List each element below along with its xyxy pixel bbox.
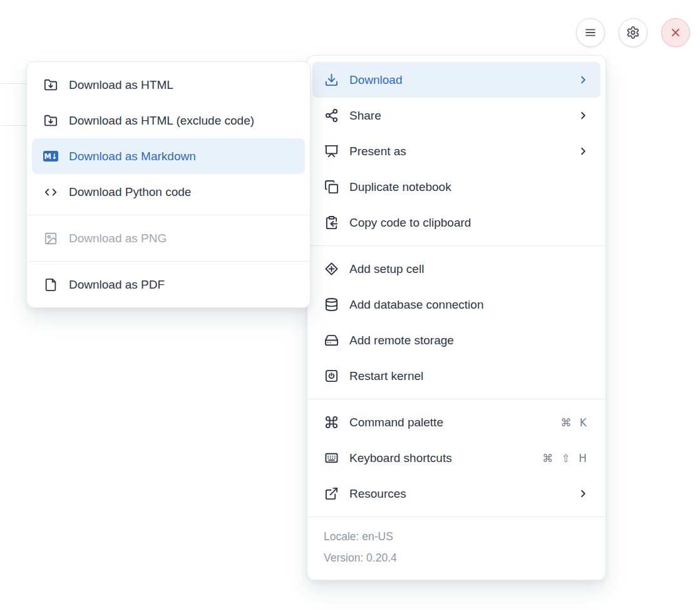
menu-divider — [307, 516, 605, 517]
menu-item-label: Keyboard shortcuts — [349, 451, 452, 465]
chevron-right-icon — [577, 110, 589, 121]
shortcut-hint: ⌘ K — [560, 416, 589, 429]
submenu-item-download-pdf[interactable]: Download as PDF — [32, 267, 305, 302]
menu-item-duplicate-notebook[interactable]: Duplicate notebook — [312, 169, 600, 205]
chevron-right-icon — [577, 488, 589, 500]
menu-item-label: Resources — [349, 487, 406, 501]
menu-item-label: Add remote storage — [349, 334, 454, 347]
menu-item-label: Share — [349, 109, 381, 123]
close-x-icon — [669, 26, 682, 39]
menu-item-label: Command palette — [349, 416, 443, 429]
menu-item-label: Download as PNG — [69, 232, 167, 245]
menu-item-label: Download Python code — [69, 185, 191, 199]
menu-divider — [307, 245, 605, 246]
menu-divider — [27, 261, 310, 262]
submenu-item-download-markdown[interactable]: M↓ Download as Markdown — [32, 138, 305, 174]
share-icon — [324, 108, 339, 123]
menu-item-label: Download as HTML (exclude code) — [69, 114, 254, 128]
power-icon — [324, 369, 339, 383]
hard-drive-icon — [324, 333, 339, 347]
menu-item-command-palette[interactable]: Command palette ⌘ K — [312, 404, 600, 440]
locale-text: Locale: en-US — [324, 526, 589, 547]
database-icon — [324, 297, 339, 312]
menu-item-present-as[interactable]: Present as — [312, 133, 600, 169]
menu-item-label: Duplicate notebook — [349, 180, 451, 194]
file-icon — [43, 278, 58, 292]
markdown-icon: M↓ — [43, 151, 58, 162]
menu-item-label: Download — [349, 73, 403, 87]
menu-item-label: Add setup cell — [349, 262, 424, 276]
version-text: Version: 0.20.4 — [324, 547, 589, 568]
folder-down-icon — [43, 114, 58, 128]
submenu-item-download-python[interactable]: Download Python code — [32, 174, 305, 210]
download-submenu: Download as HTML Download as HTML (exclu… — [26, 61, 311, 308]
chevron-right-icon — [577, 145, 589, 157]
code-icon — [43, 185, 58, 199]
notebook-actions-menu: Download Share Present as Duplicate note… — [307, 55, 606, 580]
settings-button[interactable] — [619, 18, 647, 47]
command-icon — [324, 415, 339, 429]
menu-item-label: Download as Markdown — [69, 150, 196, 163]
hamburger-menu-icon — [584, 26, 597, 39]
presentation-icon — [324, 144, 339, 158]
menu-item-label: Copy code to clipboard — [349, 216, 471, 230]
menu-footer: Locale: en-US Version: 0.20.4 — [307, 522, 605, 573]
shortcut-hint: ⌘ ⇧ H — [542, 452, 589, 465]
notebook-menu-button[interactable] — [576, 18, 605, 47]
menu-item-restart-kernel[interactable]: Restart kernel — [312, 358, 600, 394]
menu-item-copy-code[interactable]: Copy code to clipboard — [312, 205, 600, 240]
page-rule-line — [0, 125, 26, 126]
menu-item-label: Restart kernel — [349, 369, 423, 383]
menu-item-download[interactable]: Download — [312, 62, 600, 98]
submenu-item-download-html-exclude-code[interactable]: Download as HTML (exclude code) — [32, 103, 305, 138]
keyboard-icon — [324, 451, 339, 465]
menu-divider — [27, 215, 310, 215]
menu-item-label: Add database connection — [349, 298, 483, 312]
diamond-plus-icon — [324, 262, 339, 276]
duplicate-icon — [324, 180, 339, 194]
submenu-item-download-html[interactable]: Download as HTML — [32, 67, 305, 103]
folder-down-icon — [43, 78, 58, 92]
menu-item-label: Download as PDF — [69, 278, 165, 292]
menu-item-add-setup-cell[interactable]: Add setup cell — [312, 251, 600, 287]
menu-item-add-database-connection[interactable]: Add database connection — [312, 287, 600, 322]
menu-item-add-remote-storage[interactable]: Add remote storage — [312, 322, 600, 358]
gear-icon — [626, 26, 640, 39]
menu-item-label: Present as — [349, 145, 406, 158]
menu-item-resources[interactable]: Resources — [312, 476, 600, 511]
chevron-right-icon — [577, 74, 589, 86]
menu-item-label: Download as HTML — [69, 78, 173, 92]
clipboard-copy-icon — [324, 215, 339, 230]
page-rule-line — [0, 83, 26, 84]
close-app-button[interactable] — [661, 18, 690, 47]
image-icon — [43, 232, 58, 245]
menu-divider — [307, 399, 605, 399]
external-link-icon — [324, 486, 339, 501]
download-icon — [324, 73, 339, 87]
menu-item-share[interactable]: Share — [312, 98, 600, 133]
menu-item-keyboard-shortcuts[interactable]: Keyboard shortcuts ⌘ ⇧ H — [312, 440, 600, 476]
submenu-item-download-png[interactable]: Download as PNG — [32, 220, 305, 256]
